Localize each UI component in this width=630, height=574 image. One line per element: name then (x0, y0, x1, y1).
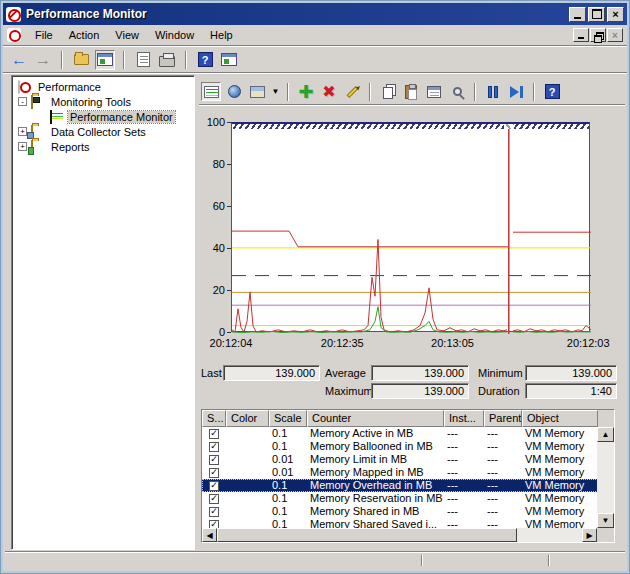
y-tick (227, 206, 231, 207)
counter-table: S...ColorScaleCounterInst...ParentObject… (201, 409, 615, 543)
mdi-restore-button[interactable] (590, 28, 606, 42)
view-current-activity-button[interactable] (201, 82, 221, 101)
plus-icon: ✚ (298, 83, 313, 101)
scroll-up-button[interactable]: ▲ (597, 427, 614, 442)
collapse-toggle[interactable]: - (18, 97, 27, 106)
zoom-button[interactable] (447, 82, 467, 101)
tree-label-reports[interactable]: Reports (49, 141, 92, 153)
minimize-button[interactable] (569, 7, 586, 22)
scroll-right-button[interactable]: ▶ (582, 528, 597, 542)
y-tick-label: 20 (197, 284, 225, 296)
column-header[interactable]: Parent (484, 410, 522, 427)
tree-label-data-collector-sets[interactable]: Data Collector Sets (49, 126, 148, 138)
delete-counter-button[interactable]: ✖ (319, 82, 339, 101)
counter-row[interactable]: ✓ 0.1 Memory Shared in MB --- --- VM Mem… (202, 505, 614, 518)
data-collector-sets-folder-icon (31, 125, 33, 139)
counter-name: Memory Mapped in MB (307, 466, 444, 479)
counter-row[interactable]: ✓ 0.1 Memory Overhead in MB --- --- VM M… (202, 479, 614, 492)
tree-item-performance[interactable]: Performance (16, 79, 194, 94)
expand-toggle[interactable]: + (18, 142, 27, 151)
close-button[interactable]: × (607, 7, 624, 22)
update-data-button[interactable] (506, 82, 526, 101)
column-header[interactable]: Scale (269, 410, 307, 427)
help-button[interactable]: ? (195, 50, 215, 70)
view-log-data-button[interactable] (224, 82, 244, 101)
counter-row[interactable]: ✓ 0.01 Memory Limit in MB --- --- VM Mem… (202, 453, 614, 466)
vertical-scrollbar[interactable]: ▲ ▼ (597, 427, 614, 528)
maximize-button[interactable] (588, 7, 605, 22)
x-tick-label: 20:12:03 (567, 337, 610, 349)
menu-action[interactable]: Action (61, 27, 108, 43)
y-tick (227, 164, 231, 165)
expand-toggle[interactable]: + (18, 127, 27, 136)
add-counter-button[interactable]: ✚ (296, 82, 316, 101)
perfmon-icon (18, 80, 20, 94)
show-checkbox[interactable]: ✓ (209, 507, 219, 517)
tree-label-monitoring-tools[interactable]: Monitoring Tools (49, 96, 133, 108)
duration-value: 1:40 (525, 383, 617, 399)
export-list-button[interactable] (133, 50, 153, 70)
horizontal-scrollbar[interactable]: ◀ ▶ (202, 528, 597, 542)
counter-table-header: S...ColorScaleCounterInst...ParentObject (202, 410, 614, 427)
horizontal-scroll-thumb[interactable] (217, 528, 517, 542)
instance-value: --- (444, 492, 484, 505)
export-button[interactable] (71, 50, 91, 70)
chart-help-button[interactable]: ? (542, 82, 562, 101)
properties-button[interactable] (424, 82, 444, 101)
back-button[interactable]: ← (9, 50, 29, 70)
counter-row[interactable]: ✓ 0.1 Memory Reservation in MB --- --- V… (202, 492, 614, 505)
tree-item-data-collector-sets[interactable]: + Data Collector Sets (16, 124, 194, 139)
menu-help[interactable]: Help (202, 27, 241, 43)
freeze-display-button[interactable] (483, 82, 503, 101)
show-checkbox[interactable]: ✓ (209, 455, 219, 465)
counter-row[interactable]: ✓ 0.1 Memory Active in MB --- --- VM Mem… (202, 427, 614, 440)
maximum-value: 139.000 (371, 383, 469, 399)
graph-type-dropdown[interactable]: ▼ (270, 82, 280, 101)
console-tree-toggle[interactable] (95, 50, 115, 70)
duration-label: Duration (478, 385, 520, 399)
column-header[interactable]: S... (202, 410, 226, 427)
menu-file[interactable]: File (27, 27, 61, 43)
average-label: Average (325, 367, 366, 381)
paste-counter-list-button[interactable] (401, 82, 421, 101)
show-checkbox[interactable]: ✓ (209, 481, 219, 491)
console-window-icon (97, 53, 113, 66)
tree-item-reports[interactable]: + Reports (16, 139, 194, 154)
scroll-down-button[interactable]: ▼ (597, 513, 614, 528)
column-header[interactable]: Color (226, 410, 269, 427)
scrollbar-corner (597, 528, 614, 542)
column-header[interactable]: Counter (307, 410, 444, 427)
copy-properties-button[interactable] (378, 82, 398, 101)
print-button[interactable] (157, 50, 177, 70)
counter-name: Memory Reservation in MB (307, 492, 444, 505)
instance-value: --- (444, 440, 484, 453)
tree-label-performance[interactable]: Performance (36, 81, 103, 93)
show-checkbox[interactable]: ✓ (209, 442, 219, 452)
mdi-minimize-button[interactable] (573, 28, 589, 42)
tree-item-performance-monitor[interactable]: Performance Monitor (16, 109, 194, 124)
show-checkbox[interactable]: ✓ (209, 429, 219, 439)
chart-plot-area[interactable] (231, 122, 590, 332)
mdi-close-button[interactable]: × (607, 28, 623, 42)
show-checkbox[interactable]: ✓ (209, 494, 219, 504)
counter-row[interactable]: ✓ 0.01 Memory Mapped in MB --- --- VM Me… (202, 466, 614, 479)
counter-name: Memory Active in MB (307, 427, 444, 440)
column-header[interactable]: Object (522, 410, 598, 427)
tree-item-monitoring-tools[interactable]: - Monitoring Tools (16, 94, 194, 109)
counter-row[interactable]: ✓ 0.1 Memory Ballooned in MB --- --- VM … (202, 440, 614, 453)
menu-window[interactable]: Window (147, 27, 202, 43)
console-icon (7, 28, 21, 42)
y-tick (227, 122, 231, 123)
new-window-button[interactable] (219, 50, 239, 70)
scroll-left-button[interactable]: ◀ (202, 528, 217, 542)
tree-label-performance-monitor[interactable]: Performance Monitor (68, 111, 175, 123)
show-checkbox[interactable]: ✓ (209, 468, 219, 478)
parent-value: --- (484, 479, 522, 492)
change-graph-type-button[interactable] (247, 82, 267, 101)
menu-view[interactable]: View (107, 27, 147, 43)
average-value: 139.000 (371, 365, 469, 381)
highlight-button[interactable] (342, 82, 362, 101)
column-header[interactable]: Inst... (444, 410, 484, 427)
forward-button[interactable]: → (33, 50, 53, 70)
parent-value: --- (484, 505, 522, 518)
